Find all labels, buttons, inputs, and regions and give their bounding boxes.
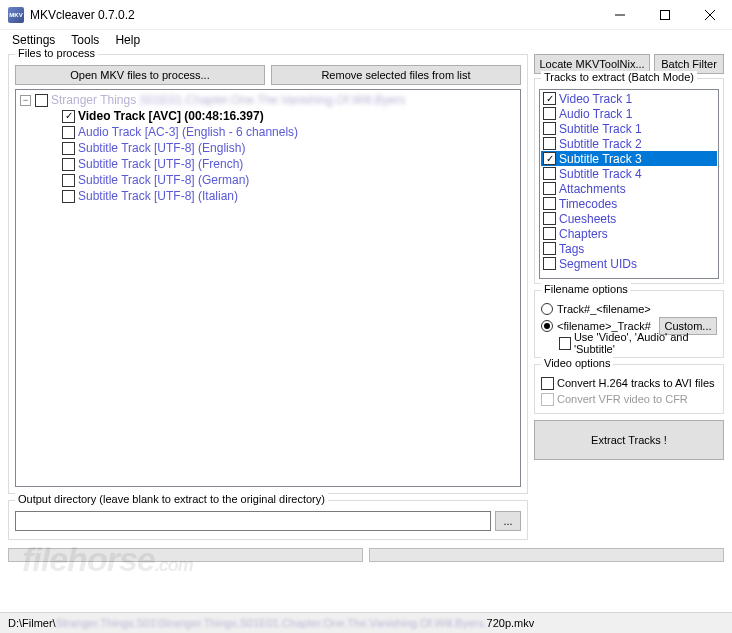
collapse-icon[interactable]: − (20, 95, 31, 106)
status-path-prefix: D:\Filmer\ (8, 617, 56, 629)
tree-track-row[interactable]: Subtitle Track [UTF-8] (English) (52, 140, 518, 156)
menu-bar: Settings Tools Help (0, 30, 732, 50)
video-options-legend: Video options (541, 357, 613, 369)
convert-vfr-checkbox: Convert VFR video to CFR (541, 391, 717, 407)
tree-track-row[interactable]: Audio Track [AC-3] (English - 6 channels… (52, 124, 518, 140)
radio-track-first[interactable]: Track#_<filename> (541, 301, 717, 317)
track-checkbox[interactable] (62, 158, 75, 171)
tree-track-row[interactable]: Video Track [AVC] (00:48:16.397) (52, 108, 518, 124)
track-label: Audio Track [AC-3] (English - 6 channels… (78, 125, 298, 139)
item-label: Segment UIDs (559, 257, 637, 271)
item-label: Cuesheets (559, 212, 616, 226)
output-directory-input[interactable] (15, 511, 491, 531)
use-video-audio-subtitle-checkbox[interactable]: Use 'Video', 'Audio' and 'Subtitle' (541, 335, 717, 351)
progress-bar-2 (369, 548, 724, 562)
radio-icon (541, 320, 553, 332)
item-label: Subtitle Track 4 (559, 167, 642, 181)
title-bar: MKV MKVcleaver 0.7.0.2 (0, 0, 732, 30)
filename-options-group: Filename options Track#_<filename> <file… (534, 290, 724, 358)
item-checkbox[interactable] (543, 212, 556, 225)
checkbox-icon (559, 337, 571, 350)
item-checkbox[interactable] (543, 137, 556, 150)
checkbox-icon (541, 377, 554, 390)
list-item[interactable]: Subtitle Track 2 (541, 136, 717, 151)
item-checkbox[interactable] (543, 107, 556, 120)
maximize-button[interactable] (642, 1, 687, 29)
item-checkbox[interactable] (543, 227, 556, 240)
list-item[interactable]: Cuesheets (541, 211, 717, 226)
list-item[interactable]: Video Track 1 (541, 91, 717, 106)
track-label: Subtitle Track [UTF-8] (German) (78, 173, 249, 187)
svg-rect-1 (660, 10, 669, 19)
item-checkbox[interactable] (543, 152, 556, 165)
list-item[interactable]: Segment UIDs (541, 256, 717, 271)
list-item[interactable]: Audio Track 1 (541, 106, 717, 121)
status-path-mid: Stranger.Things.S01\Stranger.Things.S01E… (56, 617, 487, 629)
minimize-button[interactable] (597, 1, 642, 29)
item-label: Chapters (559, 227, 608, 241)
track-label: Subtitle Track [UTF-8] (Italian) (78, 189, 238, 203)
list-item[interactable]: Timecodes (541, 196, 717, 211)
track-checkbox[interactable] (62, 174, 75, 187)
video-options-group: Video options Convert H.264 tracks to AV… (534, 364, 724, 414)
extract-tracks-button[interactable]: Extract Tracks ! (534, 420, 724, 460)
item-label: Timecodes (559, 197, 617, 211)
item-label: Subtitle Track 1 (559, 122, 642, 136)
tree-file-row[interactable]: − Stranger Things S01E01.Chapter.One.The… (20, 92, 518, 108)
list-item[interactable]: Subtitle Track 1 (541, 121, 717, 136)
filename-options-legend: Filename options (541, 283, 631, 295)
track-label: Subtitle Track [UTF-8] (English) (78, 141, 245, 155)
list-item[interactable]: Chapters (541, 226, 717, 241)
item-checkbox[interactable] (543, 257, 556, 270)
open-mkv-button[interactable]: Open MKV files to process... (15, 65, 265, 85)
tree-track-row[interactable]: Subtitle Track [UTF-8] (French) (52, 156, 518, 172)
item-checkbox[interactable] (543, 122, 556, 135)
tracks-listbox[interactable]: Video Track 1Audio Track 1Subtitle Track… (539, 89, 719, 279)
list-item[interactable]: Subtitle Track 4 (541, 166, 717, 181)
convert-h264-checkbox[interactable]: Convert H.264 tracks to AVI files (541, 375, 717, 391)
item-checkbox[interactable] (543, 92, 556, 105)
window-title: MKVcleaver 0.7.0.2 (30, 8, 597, 22)
close-button[interactable] (687, 1, 732, 29)
browse-button[interactable]: ... (495, 511, 521, 531)
item-label: Tags (559, 242, 584, 256)
checkbox-label: Convert H.264 tracks to AVI files (557, 377, 715, 389)
item-checkbox[interactable] (543, 242, 556, 255)
menu-help[interactable]: Help (109, 31, 146, 49)
files-to-process-group: Files to process Open MKV files to proce… (8, 54, 528, 494)
item-label: Subtitle Track 3 (559, 152, 642, 166)
status-path-suffix: 720p.mkv (487, 617, 535, 629)
item-label: Video Track 1 (559, 92, 632, 106)
track-checkbox[interactable] (62, 110, 75, 123)
tracks-to-extract-group: Tracks to extract (Batch Mode) Video Tra… (534, 78, 724, 284)
output-legend: Output directory (leave blank to extract… (15, 493, 328, 505)
checkbox-label: Use 'Video', 'Audio' and 'Subtitle' (574, 331, 717, 355)
list-item[interactable]: Tags (541, 241, 717, 256)
list-item[interactable]: Attachments (541, 181, 717, 196)
track-checkbox[interactable] (62, 142, 75, 155)
files-legend: Files to process (15, 47, 98, 59)
output-directory-group: Output directory (leave blank to extract… (8, 500, 528, 540)
item-label: Attachments (559, 182, 626, 196)
progress-bar-1 (8, 548, 363, 562)
tracks-extract-legend: Tracks to extract (Batch Mode) (541, 71, 697, 83)
track-checkbox[interactable] (62, 126, 75, 139)
item-checkbox[interactable] (543, 167, 556, 180)
tree-track-row[interactable]: Subtitle Track [UTF-8] (German) (52, 172, 518, 188)
file-label: Stranger Things S01E01.Chapter.One.The.V… (51, 93, 405, 107)
track-label: Subtitle Track [UTF-8] (French) (78, 157, 243, 171)
item-checkbox[interactable] (543, 197, 556, 210)
item-label: Audio Track 1 (559, 107, 632, 121)
list-item[interactable]: Subtitle Track 3 (541, 151, 717, 166)
files-tree[interactable]: − Stranger Things S01E01.Chapter.One.The… (15, 89, 521, 487)
item-label: Subtitle Track 2 (559, 137, 642, 151)
file-checkbox[interactable] (35, 94, 48, 107)
track-checkbox[interactable] (62, 190, 75, 203)
app-icon: MKV (8, 7, 24, 23)
tree-track-row[interactable]: Subtitle Track [UTF-8] (Italian) (52, 188, 518, 204)
item-checkbox[interactable] (543, 182, 556, 195)
status-bar: D:\Filmer\Stranger.Things.S01\Stranger.T… (0, 612, 732, 633)
checkbox-icon (541, 393, 554, 406)
remove-selected-button[interactable]: Remove selected files from list (271, 65, 521, 85)
track-label: Video Track [AVC] (00:48:16.397) (78, 109, 264, 123)
